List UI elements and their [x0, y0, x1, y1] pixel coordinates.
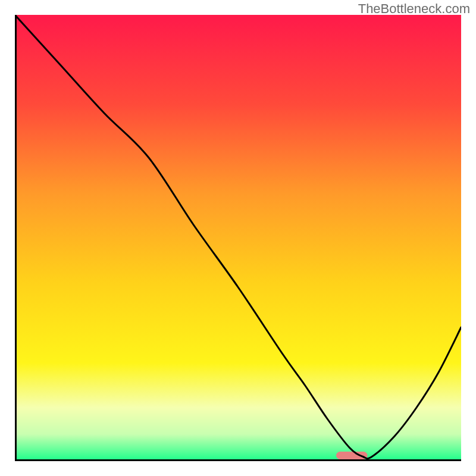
- gradient-background: [15, 15, 461, 461]
- optimal-marker: [336, 452, 368, 459]
- chart-svg: [15, 15, 461, 461]
- plot-area: [15, 15, 461, 461]
- chart-container: TheBottleneck.com: [0, 0, 476, 476]
- watermark-text: TheBottleneck.com: [358, 1, 470, 17]
